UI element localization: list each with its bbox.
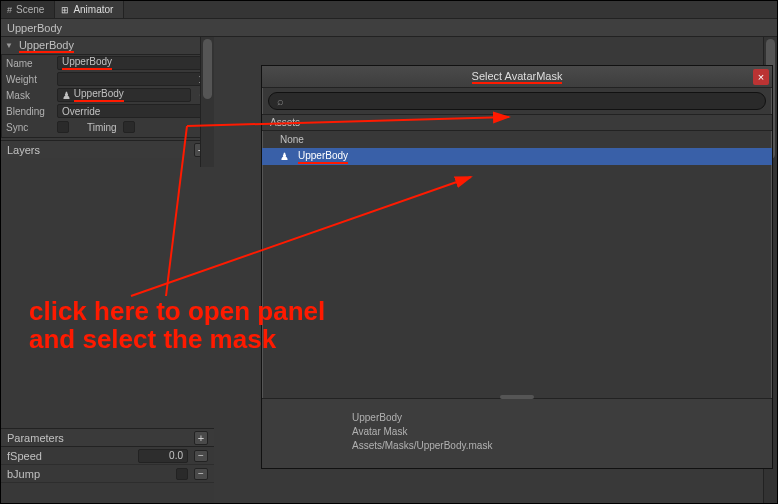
parameters-title: Parameters — [7, 432, 64, 444]
param-row[interactable]: fSpeed 0.0 − — [1, 447, 214, 465]
name-label: Name — [6, 58, 51, 69]
tab-scene-label: Scene — [16, 4, 44, 15]
name-field[interactable]: UpperBody — [57, 56, 209, 70]
tab-scene[interactable]: # Scene — [1, 1, 55, 18]
asset-label: None — [280, 134, 304, 145]
layers-label: Layers — [7, 144, 40, 156]
param-row[interactable]: bJump − — [1, 465, 214, 483]
layer-title: UpperBody — [19, 39, 74, 53]
mask-icon: ♟ — [280, 151, 292, 162]
mask-field[interactable]: ♟ UpperBody — [57, 88, 191, 102]
sync-checkbox[interactable] — [57, 121, 69, 133]
mask-icon: ♟ — [62, 90, 71, 101]
weight-field[interactable]: 1 — [57, 72, 209, 86]
param-remove-button[interactable]: − — [194, 450, 208, 462]
resize-grip[interactable] — [500, 395, 534, 399]
row-weight: Weight 1 — [2, 71, 213, 87]
layer-props: Name UpperBody Weight 1 Mask ♟ UpperBody… — [1, 55, 214, 138]
popup-search-bar: ⌕ — [262, 88, 772, 115]
mask-label: Mask — [6, 90, 51, 101]
popup-titlebar[interactable]: Select AvatarMask × — [262, 66, 772, 88]
breadcrumb-label: UpperBody — [7, 22, 62, 34]
timing-checkbox[interactable] — [123, 121, 135, 133]
add-parameter-button[interactable]: + — [194, 431, 208, 445]
popup-title-text: Select AvatarMask — [472, 70, 563, 84]
editor-tabs: # Scene ⊞ Animator — [1, 1, 777, 19]
layers-bar: Layers + — [1, 140, 214, 158]
close-button[interactable]: × — [753, 69, 769, 85]
footer-type: Avatar Mask — [352, 425, 682, 439]
parameters-panel: Parameters + fSpeed 0.0 − bJump − — [1, 428, 214, 503]
popup-footer: UpperBody Avatar Mask Assets/Masks/Upper… — [262, 398, 772, 468]
blending-field[interactable]: Override — [57, 104, 209, 118]
layers-scrollbar[interactable] — [200, 37, 214, 167]
param-name: fSpeed — [7, 450, 132, 462]
foldout-icon: ▼ — [5, 41, 13, 50]
row-sync: Sync Timing — [2, 119, 213, 135]
blending-label: Blending — [6, 106, 51, 117]
asset-label: UpperBody — [298, 150, 348, 164]
search-input[interactable]: ⌕ — [268, 92, 766, 110]
asset-upperbody[interactable]: ♟ UpperBody — [262, 148, 772, 165]
parameters-header: Parameters + — [1, 429, 214, 447]
animator-icon: ⊞ — [61, 5, 69, 15]
tab-animator-label: Animator — [73, 4, 113, 15]
sync-label: Sync — [6, 122, 51, 133]
param-value[interactable]: 0.0 — [138, 449, 188, 463]
assets-tab[interactable]: Assets — [262, 115, 772, 131]
popup-body: Assets None ♟ UpperBody — [262, 115, 772, 397]
row-mask: Mask ♟ UpperBody — [2, 87, 213, 103]
grid-icon: # — [7, 5, 12, 15]
footer-name: UpperBody — [352, 411, 682, 425]
param-bool-checkbox[interactable] — [176, 468, 188, 480]
param-name: bJump — [7, 468, 170, 480]
animator-breadcrumb[interactable]: UpperBody — [1, 19, 777, 37]
footer-path: Assets/Masks/UpperBody.mask — [352, 439, 682, 453]
row-name: Name UpperBody — [2, 55, 213, 71]
layers-panel: ▼ UpperBody ☰ Name UpperBody Weight 1 Ma… — [1, 37, 214, 158]
timing-label: Timing — [87, 122, 117, 133]
weight-label: Weight — [6, 74, 51, 85]
layer-header[interactable]: ▼ UpperBody ☰ — [1, 37, 214, 55]
tab-animator[interactable]: ⊞ Animator — [55, 1, 124, 18]
search-icon: ⌕ — [277, 95, 284, 107]
asset-none[interactable]: None — [262, 131, 772, 148]
row-blending: Blending Override — [2, 103, 213, 119]
param-remove-button[interactable]: − — [194, 468, 208, 480]
select-avatarmask-popup: Select AvatarMask × ⌕ Assets None ♟ Uppe… — [261, 65, 773, 469]
